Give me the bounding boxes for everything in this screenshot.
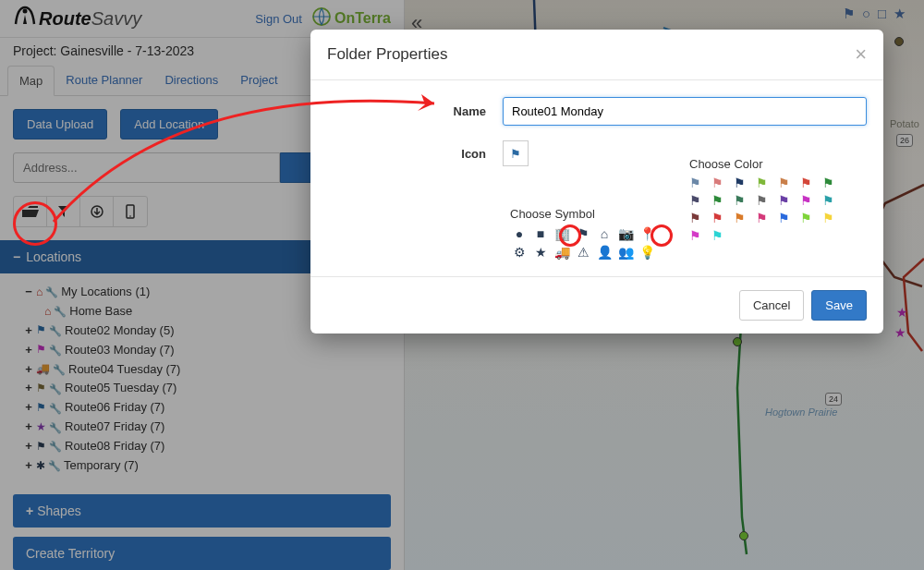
color-swatch[interactable]: ⚑ — [734, 212, 752, 224]
save-button[interactable]: Save — [811, 290, 867, 321]
color-swatch[interactable]: ⚑ — [689, 229, 708, 242]
symbol-truck[interactable]: 🚚 — [553, 245, 571, 260]
color-swatch[interactable]: ⚑ — [734, 176, 752, 189]
symbol-building[interactable]: 🏢 — [553, 226, 571, 241]
close-icon[interactable]: × — [855, 44, 867, 65]
color-swatch[interactable]: ⚑ — [711, 176, 730, 189]
symbol-pin[interactable]: 📍 — [638, 226, 656, 241]
icon-preview: ⚑ — [503, 140, 529, 166]
color-swatch[interactable]: ⚑ — [734, 194, 752, 207]
color-swatch[interactable]: ⚑ — [822, 194, 841, 207]
color-swatch[interactable]: ⚑ — [822, 176, 841, 189]
color-swatch[interactable]: ⚑ — [689, 176, 708, 189]
color-swatch[interactable]: ⚑ — [689, 212, 708, 224]
color-swatch[interactable]: ⚑ — [756, 212, 774, 224]
folder-properties-modal: Folder Properties × Name Icon ⚑ Choose S… — [310, 30, 883, 334]
name-label: Name — [327, 104, 503, 118]
icon-label: Icon — [327, 147, 503, 161]
color-swatch[interactable]: ⚑ — [778, 176, 796, 189]
color-swatch[interactable]: ⚑ — [800, 212, 819, 224]
choose-symbol-label: Choose Symbol — [510, 207, 656, 221]
color-swatch[interactable]: ⚑ — [822, 212, 841, 224]
color-swatch[interactable]: ⚑ — [689, 194, 708, 207]
folder-name-input[interactable] — [503, 97, 867, 126]
symbol-circle[interactable]: ● — [510, 226, 529, 241]
symbol-flag[interactable]: ⚑ — [574, 226, 592, 241]
modal-title: Folder Properties — [327, 45, 447, 64]
color-swatch[interactable]: ⚑ — [800, 194, 819, 207]
color-grid: ⚑⚑⚑⚑⚑⚑⚑⚑⚑⚑⚑⚑⚑⚑⚑⚑⚑⚑⚑⚑⚑⚑⚑ — [689, 176, 841, 242]
color-swatch[interactable]: ⚑ — [778, 212, 796, 224]
symbol-square[interactable]: ■ — [531, 226, 550, 241]
symbol-group[interactable]: 👥 — [616, 245, 635, 260]
symbol-star[interactable]: ★ — [531, 245, 550, 260]
color-swatch[interactable]: ⚑ — [778, 194, 796, 207]
symbol-bulb[interactable]: 💡 — [638, 245, 656, 260]
symbol-user[interactable]: 👤 — [595, 245, 614, 260]
color-swatch[interactable]: ⚑ — [756, 176, 774, 189]
symbol-camera[interactable]: 📷 — [616, 226, 635, 241]
symbol-warn[interactable]: ⚠ — [574, 245, 592, 260]
symbol-gear[interactable]: ⚙ — [510, 245, 529, 260]
color-swatch[interactable]: ⚑ — [711, 212, 730, 224]
symbol-grid: ● ■ 🏢 ⚑ ⌂ 📷 📍 ⚙ ★ 🚚 ⚠ 👤 👥 💡 — [510, 226, 656, 260]
color-swatch[interactable]: ⚑ — [711, 229, 730, 242]
color-swatch[interactable]: ⚑ — [756, 194, 774, 207]
color-swatch[interactable]: ⚑ — [800, 176, 819, 189]
cancel-button[interactable]: Cancel — [739, 290, 804, 321]
choose-color-label: Choose Color — [689, 157, 841, 171]
symbol-home[interactable]: ⌂ — [595, 226, 614, 241]
color-swatch[interactable]: ⚑ — [711, 194, 730, 207]
